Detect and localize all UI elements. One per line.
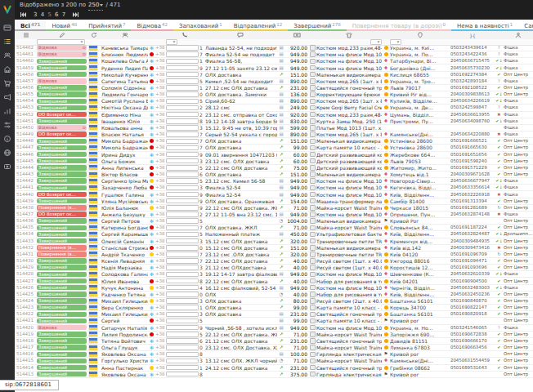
- order-row[interactable]: 514416 Завершений Яковлева Оксана ✻ +38 …: [15, 351, 533, 358]
- order-status-badge[interactable]: Завершений: [37, 178, 87, 184]
- order-id[interactable]: 514414: [15, 365, 37, 371]
- customer-name[interactable]: Сапегина Татьяна С…: [101, 78, 148, 84]
- phone-input[interactable]: [166, 372, 199, 377]
- order-status-badge[interactable]: Завершений: [37, 218, 87, 224]
- order-id[interactable]: 514461: [15, 51, 37, 57]
- ttn-number[interactable]: 0501691598240: [450, 158, 495, 164]
- customer-name[interactable]: Горгулько Христина…: [101, 358, 148, 363]
- ttn-number[interactable]: [450, 318, 495, 323]
- delivery-region[interactable]: Баштанка 56101: [390, 298, 450, 304]
- order-row[interactable]: 514444 Завершений Анна Липенська +38 5 2…: [15, 165, 533, 172]
- product-name[interactable]: Куртка Замш Мод. 250 (1шт. х 8…: [316, 118, 382, 124]
- phone-input[interactable]: [166, 238, 199, 244]
- order-status-badge[interactable]: Завершений: [37, 345, 87, 350]
- order-id[interactable]: 514434: [15, 231, 37, 237]
- product-name[interactable]: Рисуй светом (1шт. х 40.00 = 40…: [316, 265, 382, 270]
- order-comment[interactable]: Сірий,60-62: [204, 98, 277, 104]
- order-row[interactable]: 514438 Повернення (в… Юлія Баланюк +38 9…: [15, 205, 533, 212]
- order-comment[interactable]: Фиалка 52-54: [204, 191, 277, 197]
- ttn-column-header[interactable]: }{: [450, 31, 495, 39]
- delivery-region[interactable]: Київ 04120: [390, 252, 450, 257]
- order-status-badge[interactable]: Завершений: [37, 338, 87, 344]
- order-id[interactable]: 514415: [15, 358, 37, 363]
- ttn-number[interactable]: [450, 218, 495, 224]
- customer-name[interactable]: Ольга Глущук: [101, 345, 148, 350]
- order-id[interactable]: 514425: [15, 292, 37, 297]
- order-id[interactable]: 514431: [15, 252, 37, 257]
- delivery-region[interactable]: Пристроми, Пу…: [390, 118, 450, 124]
- last-page-button[interactable]: [72, 11, 79, 18]
- status-tab[interactable]: Завершений278: [288, 20, 347, 31]
- order-comment[interactable]: 09.01 звернення 10471203 04…: [204, 152, 277, 158]
- product-name[interactable]: Маленькая видеокамера SQ8 *…: [316, 245, 382, 251]
- status-tab[interactable]: Всі471: [15, 20, 46, 31]
- delivery-region[interactable]: Камянське(Дні…: [390, 131, 450, 137]
- ttn-number[interactable]: 20450634226619: [450, 98, 495, 104]
- status-tab[interactable]: Прийнятий7: [83, 20, 131, 31]
- customer-name[interactable]: Гуцалюк Галина: [101, 191, 148, 197]
- order-row[interactable]: 514436 Завершений Сергей Петров ✻ +38 5 …: [15, 218, 533, 225]
- product-name[interactable]: Маленькая видеокамера SQ8 *…: [316, 172, 382, 177]
- order-status-badge[interactable]: Завершений: [37, 238, 87, 244]
- phone-input[interactable]: [166, 278, 199, 284]
- customer-name[interactable]: Близнюк Людмила …: [101, 51, 148, 57]
- order-status-badge[interactable]: Завершений: [37, 258, 87, 264]
- id-column-header[interactable]: [15, 31, 37, 39]
- delivery-region[interactable]: Лиманка 67803: [390, 345, 450, 350]
- order-status-badge[interactable]: Завершений: [37, 365, 87, 371]
- order-id[interactable]: 514430: [15, 258, 37, 264]
- order-id[interactable]: 514458: [15, 72, 37, 78]
- order-row[interactable]: 514440 DO Возврат ок... Гуцалюк Галина ✻…: [15, 191, 533, 198]
- delivery-region[interactable]: Кременчук від…: [390, 238, 450, 244]
- order-row[interactable]: 514457 Відмова Сапегина Татьяна С… +38 5…: [15, 78, 533, 85]
- ttn-number[interactable]: 20450632483003: [450, 285, 495, 291]
- product-name[interactable]: Майка-корсет Waist Trainer *142…: [316, 225, 382, 230]
- phone-input[interactable]: [166, 78, 199, 84]
- customer-name[interactable]: Сергей Петров: [101, 218, 148, 224]
- ttn-number[interactable]: 0501691665630: [450, 145, 495, 150]
- delivery-region[interactable]: Цумань, Відділ…: [390, 112, 450, 118]
- product-name[interactable]: Майка-корсет Waist Trainer *142…: [316, 332, 382, 337]
- customer-name[interactable]: Анжела Безушку: [101, 212, 148, 217]
- customer-name[interactable]: Микола Бадражан: [101, 145, 148, 150]
- order-id[interactable]: 514443: [15, 172, 37, 177]
- product-name[interactable]: Костюм на флисе Мод.1014 (1ш…: [316, 271, 382, 277]
- delivery-region[interactable]: Кислиця 68655: [390, 72, 450, 78]
- order-row[interactable]: 514461 Відмова⊙ Близнюк Людмила … +38 7 …: [15, 51, 533, 58]
- product-name[interactable]: Рисуй светом (1шт. х 40.00 = 40…: [316, 258, 382, 264]
- order-status-badge[interactable]: Повернення (в…: [37, 205, 87, 211]
- order-row[interactable]: 514460 Завершений Кошелева Ольга Ар… ✻ +…: [15, 58, 533, 65]
- customer-name[interactable]: Захарченко Люба: [101, 185, 148, 190]
- order-status-badge[interactable]: Відмова⊙: [37, 125, 87, 131]
- order-comment[interactable]: Серый 52-54 уехала с города: [204, 131, 277, 137]
- product-name[interactable]: Майка-корсет Waist Trainer *142…: [316, 345, 382, 350]
- product-name[interactable]: Костюм мод.233 разм,48-58 (1…: [316, 45, 382, 51]
- order-comment[interactable]: [204, 372, 277, 377]
- phone-input[interactable]: [166, 125, 199, 131]
- product-name[interactable]: Гирлянда электрическая (100 л…: [316, 372, 382, 377]
- order-row[interactable]: 514448 Завершений Микола Бадражан +38 7 …: [15, 138, 533, 145]
- order-status-badge[interactable]: Завершений: [37, 105, 87, 110]
- phone-input[interactable]: [166, 212, 199, 217]
- phone-input[interactable]: [166, 258, 199, 264]
- product-name[interactable]: Маленькая видеокамера SQ8 *…: [316, 218, 382, 224]
- customer-name[interactable]: Ольга Божик: [101, 158, 148, 164]
- order-row[interactable]: 514453 Завершений Нікітіна Оксана Дми… ✻…: [15, 105, 533, 111]
- phone-input[interactable]: [166, 325, 199, 331]
- order-status-badge[interactable]: Завершений: [37, 318, 87, 323]
- status-tab[interactable]: Повернення товару (в дорозі)0: [347, 20, 451, 31]
- delivery-region[interactable]: Київ, Відділенн…: [390, 231, 450, 237]
- order-comment[interactable]: 23.12 смс. отправка от Сокол…: [204, 112, 277, 118]
- order-id[interactable]: 514428: [15, 271, 37, 277]
- order-comment[interactable]: 23.12 смс. ОЛХ Доставка. ХХХ…: [204, 345, 277, 350]
- order-row[interactable]: 514455 Завершений Людмила Гончарова ✻ +3…: [15, 91, 533, 98]
- delivery-region[interactable]: Шевченкове (К…: [390, 271, 450, 277]
- order-row[interactable]: 514423 Завершений Вера Скляренко ✻ +38 1…: [15, 305, 533, 311]
- customer-name[interactable]: Ковальова анна: [101, 125, 148, 131]
- customer-name[interactable]: Юлия Иванова: [101, 278, 148, 283]
- customer-name[interactable]: Михаил Гилецький: [101, 298, 148, 304]
- product-name[interactable]: Костюм на флисе Мод.1014 (1ш…: [316, 51, 382, 57]
- delivery-region[interactable]: Опришени, Пун…: [390, 212, 450, 217]
- order-comment[interactable]: 15.12. 9:45 не отв, 10:39 горе в…: [204, 125, 277, 131]
- order-status-badge[interactable]: Відмова: [37, 78, 87, 84]
